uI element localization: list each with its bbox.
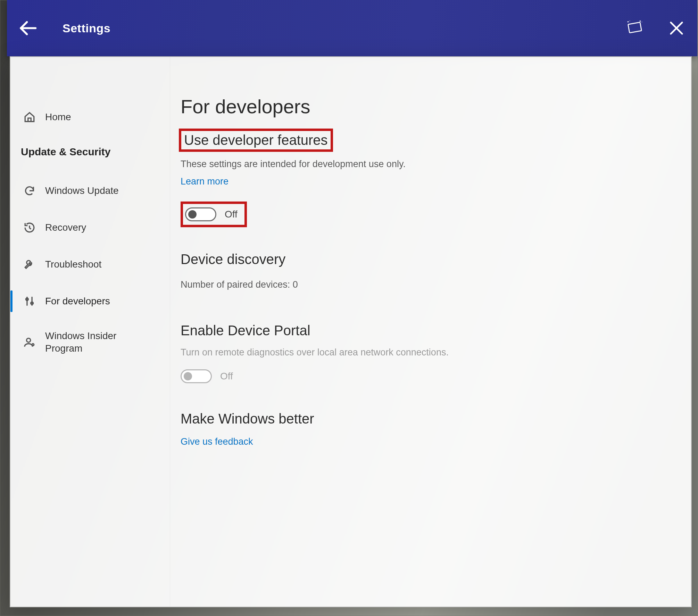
svg-line-3 <box>640 21 642 22</box>
sidebar-item-windows-update[interactable]: Windows Update <box>10 172 170 209</box>
sidebar-item-insider[interactable]: Windows Insider Program <box>10 320 170 365</box>
section-device-discovery-heading: Device discovery <box>181 252 670 267</box>
slate-rotate-button[interactable] <box>614 0 656 56</box>
svg-rect-1 <box>628 22 642 33</box>
history-icon <box>21 222 38 233</box>
sidebar-home[interactable]: Home <box>10 99 170 135</box>
svg-line-7 <box>30 228 31 229</box>
sidebar-item-label: For developers <box>45 296 110 307</box>
highlight-box: Use developer features <box>181 130 331 150</box>
settings-window: Home Update & Security Windows Update Re… <box>10 56 692 607</box>
sidebar-item-label: Recovery <box>45 222 86 233</box>
sidebar-category: Update & Security <box>10 140 170 164</box>
sidebar-item-recovery[interactable]: Recovery <box>10 209 170 246</box>
dev-features-description: These settings are intended for developm… <box>181 157 670 171</box>
dev-features-toggle-label: Off <box>225 209 238 220</box>
dev-features-toggle[interactable] <box>185 207 216 221</box>
close-button[interactable] <box>656 0 697 56</box>
device-portal-description: Turn on remote diagnostics over local ar… <box>181 345 670 360</box>
section-device-portal-heading: Enable Device Portal <box>181 323 670 338</box>
svg-point-13 <box>32 344 34 346</box>
sliders-icon <box>21 295 38 307</box>
wrench-icon <box>21 258 38 270</box>
sidebar: Home Update & Security Windows Update Re… <box>10 57 170 607</box>
sidebar-item-label: Windows Insider Program <box>45 330 149 355</box>
section-feedback-heading: Make Windows better <box>181 411 670 427</box>
sidebar-item-label: Troubleshoot <box>45 259 101 270</box>
sync-icon <box>21 185 38 197</box>
home-icon <box>21 111 38 123</box>
person-badge-icon <box>21 336 38 348</box>
highlight-box: Off <box>181 202 247 227</box>
paired-devices-count: Number of paired devices: 0 <box>181 278 670 292</box>
svg-point-12 <box>27 338 31 342</box>
svg-line-2 <box>628 21 630 22</box>
sidebar-item-label: Home <box>45 112 71 123</box>
main-content: For developers Use developer features Th… <box>170 57 691 607</box>
learn-more-link[interactable]: Learn more <box>181 176 228 187</box>
device-portal-toggle-label: Off <box>220 371 233 382</box>
sidebar-item-label: Windows Update <box>45 185 119 196</box>
page-title: For developers <box>181 95 670 118</box>
titlebar: Settings <box>7 0 697 56</box>
section-dev-features-heading: Use developer features <box>181 130 670 150</box>
device-portal-toggle <box>181 369 212 383</box>
sidebar-item-troubleshoot[interactable]: Troubleshoot <box>10 246 170 283</box>
window-title: Settings <box>63 22 110 35</box>
sidebar-item-for-developers[interactable]: For developers <box>10 283 170 320</box>
give-feedback-link[interactable]: Give us feedback <box>181 436 253 447</box>
sidebar-category-label: Update & Security <box>21 146 110 158</box>
back-button[interactable] <box>7 0 49 56</box>
